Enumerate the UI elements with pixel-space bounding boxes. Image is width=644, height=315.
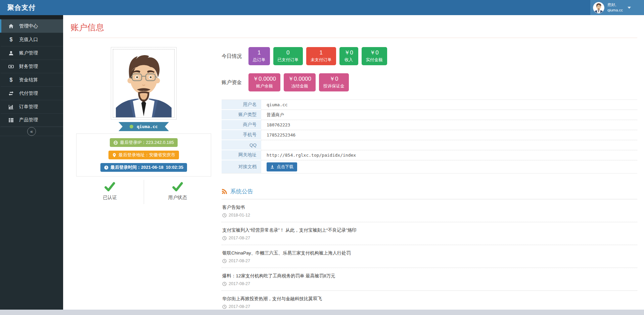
- last-login-ip-badge: 最后登录IP：223.242.0.185: [110, 138, 177, 147]
- table-row: 网关地址 http://854.rglxc.top/paididx/index: [222, 150, 637, 160]
- verified-status: 已认证: [76, 180, 144, 204]
- rss-icon: [222, 189, 227, 194]
- stat-badge-balance: ￥0.0000 账户余额: [248, 73, 280, 91]
- clock-icon: [222, 236, 227, 240]
- username-ribbon: qiuma.cc: [119, 122, 169, 131]
- brand-logo[interactable]: 聚合支付: [0, 3, 36, 12]
- table-row: 账户类型 普通商户: [222, 110, 637, 120]
- last-login-address-badge: 最后登录地址：安徽省安庆市: [108, 151, 179, 159]
- check-icon: [104, 187, 116, 193]
- list-item: 支付宝被列入“经营异常名录”！ 从此，支付宝被刻上“不良记录”烙印 2017-0…: [222, 222, 637, 245]
- list-item: 华尔街上再掀投资热潮，支付与金融科技比翼双飞 2017-08-27: [222, 291, 637, 310]
- page-title: 账户信息: [70, 15, 637, 38]
- stat-badge-unpaid-orders: 1 未支付订单: [306, 47, 336, 65]
- stat-badge-frozen: ￥0.0000 冻结金额: [284, 73, 316, 91]
- sidebar-top-strip: [0, 15, 63, 19]
- user-status: 用户状态: [144, 180, 212, 204]
- clock-icon: [104, 165, 108, 170]
- sidebar-item-account[interactable]: 账户管理: [0, 46, 63, 60]
- system-notices: 系统公告 客户告知书 2018-01-12 支付宝被列入“经营异常名录”！ 从此…: [222, 188, 637, 310]
- account-status-row: 已认证 用户状态: [76, 180, 211, 204]
- globe-icon: [113, 141, 118, 145]
- sidebar-item-products[interactable]: 产品管理: [0, 113, 63, 127]
- money-icon: [8, 64, 14, 69]
- stat-badge-deposit: ￥0 投诉保证金: [319, 73, 349, 91]
- account-info-table: 用户名 qiuma.cc 账户类型 普通商户 商户号 180762223 手: [222, 100, 637, 173]
- table-row: 用户名 qiuma.cc: [222, 100, 637, 110]
- funds-stats-label: 账户资金: [222, 79, 244, 86]
- download-doc-button[interactable]: 点击下载: [267, 162, 297, 171]
- clock-icon: [222, 259, 227, 263]
- dollar-icon: $: [8, 37, 14, 42]
- profile-panel: qiuma.cc 最后登录IP：223.242.0.185 最后登录地址：安徽省…: [70, 47, 218, 310]
- table-row: QQ: [222, 140, 637, 150]
- dollar-icon: $: [8, 77, 14, 83]
- sidebar-item-orders[interactable]: 订单管理: [0, 100, 63, 113]
- transfer-icon: [8, 91, 14, 96]
- download-icon: [270, 165, 274, 169]
- user-avatar: [593, 2, 604, 13]
- bar-chart-icon: [8, 104, 14, 110]
- table-row: 商户号 180762223: [222, 120, 637, 130]
- table-row: 对接文档 点击下载: [222, 160, 637, 173]
- account-info-panel: 今日情况 1 总订单 0 已支付订单 1: [222, 47, 637, 310]
- map-pin-icon: [112, 153, 117, 157]
- table-row: 手机号 17852252346: [222, 130, 637, 140]
- today-stats-row: 今日情况 1 总订单 0 已支付订单 1: [222, 47, 637, 65]
- stat-badge-paid-orders: 0 已支付订单: [273, 47, 303, 65]
- sidebar-menu: 管理中心 $ 充值入口 账户管理 财务管理 $ 资金结算: [0, 19, 63, 127]
- list-item: 银联ChinaPay、巾帼三六五、乐易三家支付机构被上海人行处罚 2017-08…: [222, 245, 637, 268]
- today-stats-label: 今日情况: [222, 53, 244, 60]
- clock-icon: [222, 305, 227, 309]
- list-icon: [8, 117, 14, 123]
- sidebar-item-admin-center[interactable]: 管理中心: [0, 19, 63, 33]
- stat-badge-actual-paid: ￥0 实付金额: [362, 47, 387, 65]
- list-item: 爆料：12家支付机构吃了工商税务的罚单 最高被罚8万元 2017-08-27: [222, 268, 637, 291]
- last-login-time-badge: 最后登录时间：2021-06-18 10:02:35: [100, 163, 187, 172]
- sidebar-item-settlement[interactable]: $ 资金结算: [0, 73, 63, 86]
- list-item: 客户告知书 2018-01-12: [222, 199, 637, 222]
- sidebar-item-payout[interactable]: 代付管理: [0, 86, 63, 100]
- chevron-down-icon: [628, 7, 631, 9]
- stat-badge-total-orders: 1 总订单: [248, 47, 270, 65]
- notices-header: 系统公告: [222, 188, 637, 199]
- funds-stats-row: 账户资金 ￥0.0000 账户余额 ￥0.0000 冻结金额 ￥: [222, 73, 637, 91]
- user-greeting: 您好, qiuma.cc: [607, 2, 623, 13]
- sidebar: 管理中心 $ 充值入口 账户管理 财务管理 $ 资金结算: [0, 15, 63, 310]
- sidebar-collapse-row: «: [0, 127, 63, 136]
- user-icon: [8, 50, 14, 56]
- user-menu[interactable]: 您好, qiuma.cc: [590, 0, 644, 15]
- last-login-panel: 最后登录IP：223.242.0.185 最后登录地址：安徽省安庆市 最后登录时…: [76, 133, 211, 176]
- main-content: 账户信息 qiuma.cc: [63, 15, 644, 310]
- check-icon: [172, 187, 183, 193]
- sidebar-collapse-button[interactable]: «: [27, 127, 36, 136]
- online-status-dot: [130, 125, 133, 128]
- home-icon: [8, 24, 14, 29]
- bottom-strip: [0, 310, 644, 315]
- clock-icon: [222, 213, 227, 218]
- sidebar-item-finance[interactable]: 财务管理: [0, 60, 63, 73]
- top-navbar: 聚合支付 您好, qiuma.cc: [0, 0, 644, 15]
- clock-icon: [222, 282, 227, 286]
- profile-avatar: [111, 47, 177, 120]
- sidebar-item-recharge[interactable]: $ 充值入口: [0, 33, 63, 46]
- notices-title: 系统公告: [230, 188, 253, 195]
- stat-badge-income: ￥0 收入: [339, 47, 358, 65]
